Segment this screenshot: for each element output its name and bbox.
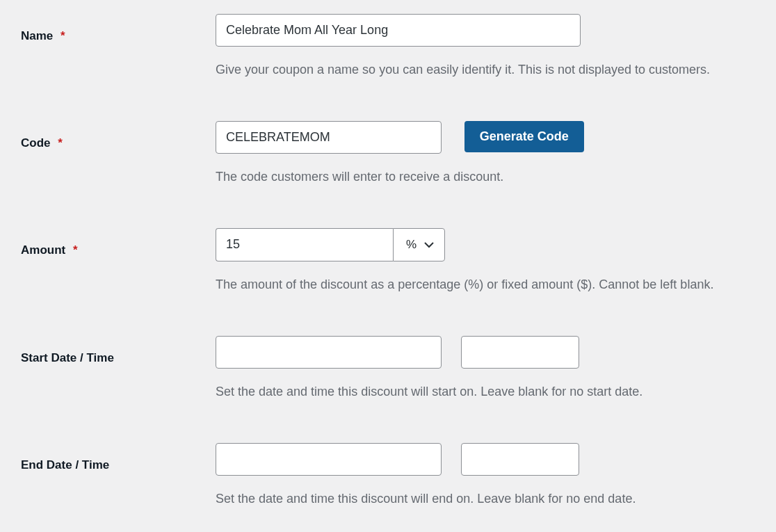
name-help: Give your coupon a name so you can easil… <box>216 61 755 79</box>
end-time-input[interactable] <box>461 443 579 476</box>
name-label: Name * <box>21 14 216 43</box>
generate-code-button[interactable]: Generate Code <box>464 121 584 152</box>
name-input[interactable] <box>216 14 581 47</box>
start-date-label-text: Start Date / Time <box>21 351 114 364</box>
amount-help: The amount of the discount as a percenta… <box>216 275 755 294</box>
end-date-row: End Date / Time Set the date and time th… <box>21 443 755 508</box>
code-label: Code * <box>21 121 216 150</box>
code-help: The code customers will enter to receive… <box>216 168 755 186</box>
amount-input[interactable] <box>216 228 393 261</box>
start-date-row: Start Date / Time Set the date and time … <box>21 336 755 401</box>
amount-label-text: Amount <box>21 243 65 257</box>
code-label-text: Code <box>21 136 51 150</box>
end-date-label-text: End Date / Time <box>21 458 109 471</box>
end-date-label: End Date / Time <box>21 443 216 472</box>
start-date-label: Start Date / Time <box>21 336 216 365</box>
amount-unit-label: % <box>406 238 417 252</box>
required-asterisk: * <box>58 136 63 150</box>
chevron-down-icon <box>423 239 435 250</box>
amount-label: Amount * <box>21 228 216 257</box>
name-label-text: Name <box>21 29 53 42</box>
start-time-input[interactable] <box>461 336 579 369</box>
required-asterisk: * <box>60 29 65 42</box>
end-date-help: Set the date and time this discount will… <box>216 490 755 508</box>
amount-unit-select[interactable]: % <box>393 228 445 261</box>
code-row: Code * Generate Code The code customers … <box>21 121 755 186</box>
required-asterisk: * <box>73 243 78 257</box>
start-date-help: Set the date and time this discount will… <box>216 382 755 401</box>
name-row: Name * Give your coupon a name so you ca… <box>21 14 755 79</box>
end-date-input[interactable] <box>216 443 442 476</box>
code-input[interactable] <box>216 121 442 154</box>
start-date-input[interactable] <box>216 336 442 369</box>
amount-row: Amount * % The amount of the discount as… <box>21 228 755 293</box>
